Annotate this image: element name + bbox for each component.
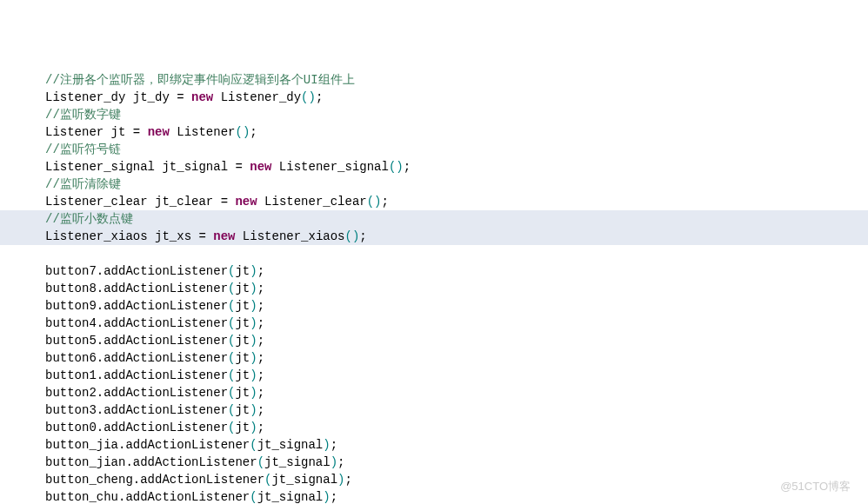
code-token: button9.addActionListener <box>45 299 228 313</box>
code-token: ; <box>316 90 323 104</box>
code-token: ) <box>250 299 257 313</box>
code-token: jt <box>235 421 250 434</box>
code-line[interactable]: button3.addActionListener(jt); <box>0 401 868 419</box>
code-line[interactable]: button2.addActionListener(jt); <box>0 384 868 401</box>
code-token: jt <box>235 368 250 382</box>
code-token: new <box>148 125 170 139</box>
code-token: ; <box>257 316 264 330</box>
code-token: ) <box>250 264 257 278</box>
code-line[interactable]: Listener_dy jt_dy = new Listener_dy(); <box>0 89 868 106</box>
code-token: ; <box>257 334 264 348</box>
code-token: new <box>191 90 213 104</box>
code-token: = <box>177 90 184 104</box>
code-token: ( <box>345 229 352 243</box>
code-line[interactable]: button_chu.addActionListener(jt_signal); <box>0 488 868 504</box>
code-editor[interactable]: //注册各个监听器，即绑定事件响应逻辑到各个UI组件上Listener_dy j… <box>0 71 868 504</box>
code-token: ; <box>257 351 264 365</box>
code-line[interactable]: button6.addActionListener(jt); <box>0 349 868 367</box>
code-token: button2.addActionListener <box>45 386 228 400</box>
code-line[interactable]: button_jian.addActionListener(jt_signal)… <box>0 454 868 471</box>
code-token: jt_signal <box>257 438 324 452</box>
code-token: ; <box>344 473 351 487</box>
code-token: ( <box>301 90 308 104</box>
code-line[interactable]: //监听小数点键 <box>0 210 868 228</box>
code-line[interactable]: //监听清除键 <box>0 176 868 193</box>
code-token: ) <box>250 403 257 417</box>
code-token: Listener_signal <box>271 160 388 174</box>
code-token: jt <box>235 386 250 400</box>
code-line[interactable] <box>0 245 868 262</box>
code-token: new <box>235 195 257 209</box>
code-line[interactable]: button7.addActionListener(jt); <box>0 262 868 280</box>
comment-text: //注册各个监听器，即绑定事件响应逻辑到各个UI组件上 <box>45 73 355 87</box>
watermark: @51CTO博客 <box>780 478 851 495</box>
code-token: ) <box>250 282 257 295</box>
code-token: ; <box>382 195 389 209</box>
code-token: Listener <box>170 125 236 139</box>
code-token: ; <box>257 421 264 434</box>
code-token: jt <box>235 282 250 295</box>
code-token: button_cheng.addActionListener <box>45 473 264 487</box>
code-token: Listener_signal jt_signal <box>45 160 235 174</box>
code-line[interactable]: Listener jt = new Listener(); <box>0 123 868 141</box>
code-line[interactable]: button0.addActionListener(jt); <box>0 419 868 436</box>
code-token <box>184 90 191 104</box>
code-line[interactable]: button8.addActionListener(jt); <box>0 280 868 297</box>
code-line[interactable]: //监听数字键 <box>0 106 868 123</box>
code-line[interactable]: button5.addActionListener(jt); <box>0 332 868 349</box>
code-token: button8.addActionListener <box>45 282 228 295</box>
code-token: ) <box>250 421 257 434</box>
code-token: jt <box>235 351 250 365</box>
code-line[interactable]: button4.addActionListener(jt); <box>0 315 868 332</box>
code-token: button4.addActionListener <box>45 316 228 330</box>
comment-text: //监听符号链 <box>45 143 121 156</box>
code-token: jt_signal <box>271 473 337 487</box>
code-token: button_jia.addActionListener <box>45 438 250 452</box>
code-token: ; <box>257 299 264 313</box>
code-token: ) <box>250 351 257 365</box>
code-token: ) <box>250 334 257 348</box>
code-token: ( <box>250 438 257 452</box>
code-token: = <box>198 229 205 243</box>
code-token: ; <box>404 160 411 174</box>
code-line[interactable]: Listener_xiaos jt_xs = new Listener_xiao… <box>0 228 868 245</box>
code-line[interactable]: //监听符号链 <box>0 141 868 158</box>
comment-text: //监听清除键 <box>45 177 121 191</box>
code-token: ; <box>257 368 264 382</box>
code-token: ( <box>257 455 264 469</box>
code-token: ; <box>257 403 264 417</box>
code-token: Listener jt <box>45 125 133 139</box>
code-token: button_chu.addActionListener <box>45 490 250 504</box>
code-line[interactable]: Listener_clear jt_clear = new Listener_c… <box>0 193 868 210</box>
code-line[interactable]: button9.addActionListener(jt); <box>0 297 868 315</box>
code-token: jt_signal <box>257 490 324 504</box>
code-token: ; <box>331 438 337 452</box>
code-token: ; <box>250 125 257 139</box>
code-token: jt <box>235 334 250 348</box>
code-token: ; <box>331 490 337 504</box>
code-token: ) <box>250 316 257 330</box>
code-token: jt <box>235 316 250 330</box>
code-token: button6.addActionListener <box>45 351 228 365</box>
code-token: jt <box>235 299 250 313</box>
code-token: button3.addActionListener <box>45 403 228 417</box>
code-token: ; <box>257 282 264 295</box>
code-token: button_jian.addActionListener <box>45 455 257 469</box>
code-token: jt <box>235 264 250 278</box>
code-line[interactable]: //注册各个监听器，即绑定事件响应逻辑到各个UI组件上 <box>0 71 868 89</box>
code-line[interactable]: Listener_signal jt_signal = new Listener… <box>0 158 868 176</box>
code-token: ) <box>250 368 257 382</box>
code-token: ; <box>359 229 366 243</box>
code-line[interactable]: button_cheng.addActionListener(jt_signal… <box>0 471 868 488</box>
code-token <box>206 229 213 243</box>
code-token: ) <box>309 90 316 104</box>
code-token: ) <box>323 438 330 452</box>
code-token: ) <box>331 455 337 469</box>
code-token: button5.addActionListener <box>45 334 228 348</box>
code-line[interactable]: button_jia.addActionListener(jt_signal); <box>0 436 868 454</box>
code-line[interactable]: button1.addActionListener(jt); <box>0 367 868 384</box>
code-token: = <box>133 125 140 139</box>
code-token <box>243 160 250 174</box>
code-token: ) <box>396 160 403 174</box>
code-token: new <box>213 229 235 243</box>
